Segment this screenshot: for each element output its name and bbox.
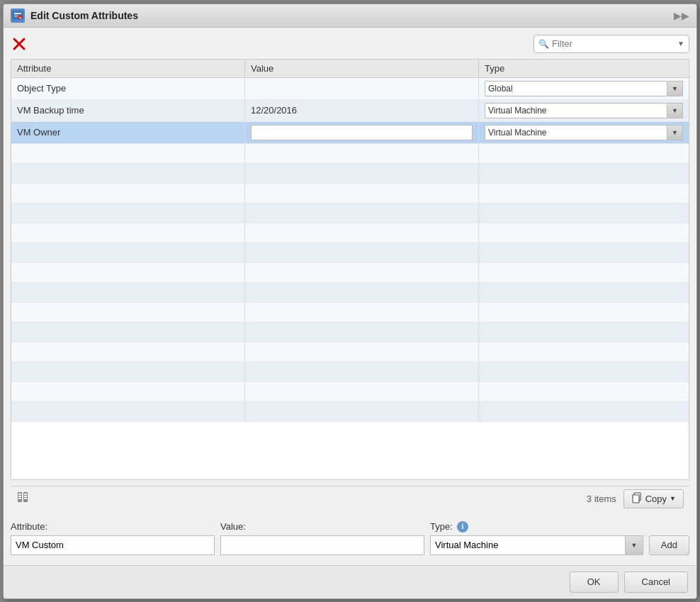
table-row: Object Type Global Virtual Machine Host …	[11, 78, 689, 100]
type-label: Type:	[430, 521, 453, 532]
data-icon	[16, 490, 30, 508]
table-row: VM Backup time 12/20/2016 Virtual Machin…	[11, 100, 689, 122]
dialog-body: 🔍 ▼ Attribute Value Type Object Type	[4, 28, 696, 565]
forward-icon: ▶▶	[674, 10, 689, 21]
empty-row	[11, 243, 689, 263]
bottom-bar: 3 items Copy ▼	[11, 486, 689, 511]
value-input[interactable]	[220, 535, 424, 555]
svg-rect-14	[24, 496, 27, 497]
search-icon: 🔍	[538, 39, 549, 49]
copy-button[interactable]: Copy ▼	[623, 489, 684, 508]
empty-row	[11, 303, 689, 323]
form-row-labels: Attribute: Value: Type: i	[11, 521, 689, 533]
cell-value[interactable]	[245, 122, 479, 143]
cell-type: Virtual Machine Global Host Cluster ▼	[479, 122, 689, 143]
title-bar-right: ▶▶	[674, 10, 689, 21]
form-value-label-container: Value:	[220, 521, 430, 533]
empty-row	[11, 204, 689, 223]
select-arrow-icon[interactable]: ▼	[667, 103, 683, 118]
dialog-title: Edit Custom Attributes	[30, 10, 138, 21]
select-arrow-icon[interactable]: ▼	[667, 81, 683, 96]
title-bar: ✎ Edit Custom Attributes ▶▶	[4, 4, 696, 28]
edit-custom-attributes-dialog: ✎ Edit Custom Attributes ▶▶ 🔍 ▼	[3, 4, 697, 599]
empty-row	[11, 184, 689, 204]
cell-value	[245, 78, 479, 99]
filter-dropdown-button[interactable]: ▼	[677, 40, 684, 48]
select-arrow-icon[interactable]: ▼	[667, 125, 683, 140]
svg-rect-11	[18, 496, 21, 497]
column-type: Type	[479, 60, 689, 77]
svg-rect-15	[24, 498, 27, 499]
empty-row	[11, 323, 689, 342]
type-arrow-icon[interactable]: ▼	[625, 535, 643, 555]
empty-row	[11, 164, 689, 184]
ok-button[interactable]: OK	[570, 572, 619, 593]
empty-row	[11, 362, 689, 382]
filter-input[interactable]	[552, 38, 674, 49]
form-section: Attribute: Value: Type: i Virtual Machin…	[11, 517, 689, 558]
empty-row	[11, 223, 689, 243]
copy-dropdown-icon: ▼	[670, 495, 676, 502]
toolbar-row: 🔍 ▼	[11, 35, 689, 53]
type-select-row2[interactable]: Virtual Machine Global Host Cluster	[485, 103, 667, 118]
form-type-label-container: Type: i	[430, 521, 689, 533]
svg-rect-17	[633, 495, 639, 503]
title-bar-left: ✎ Edit Custom Attributes	[11, 9, 138, 23]
add-button[interactable]: Add	[649, 535, 689, 555]
copy-icon	[631, 492, 643, 506]
cell-attribute: VM Backup time	[11, 100, 245, 121]
empty-row	[11, 283, 689, 303]
type-select-wrapper: Virtual Machine Global Host Cluster ▼	[485, 125, 683, 140]
vm-owner-value-input[interactable]	[251, 125, 473, 140]
form-attr-label-container: Attribute:	[11, 521, 220, 533]
bottom-right: 3 items Copy ▼	[587, 489, 684, 508]
svg-rect-12	[18, 498, 21, 499]
empty-row	[11, 342, 689, 362]
cell-attribute: VM Owner	[11, 122, 245, 143]
type-select-wrapper: Global Virtual Machine Host Cluster ▼	[485, 81, 683, 96]
empty-row	[11, 263, 689, 283]
type-dropdown[interactable]: Virtual Machine Global Host Cluster	[430, 535, 625, 555]
cell-type: Virtual Machine Global Host Cluster ▼	[479, 100, 689, 121]
attribute-input[interactable]	[11, 535, 215, 555]
dialog-icon: ✎	[11, 9, 25, 23]
table-header: Attribute Value Type	[11, 60, 689, 78]
data-table: Attribute Value Type Object Type Global …	[11, 59, 689, 480]
delete-button[interactable]	[11, 35, 28, 52]
table-body: Object Type Global Virtual Machine Host …	[11, 78, 689, 479]
dialog-footer: OK Cancel	[4, 565, 696, 598]
empty-row	[11, 402, 689, 422]
info-icon: i	[457, 521, 468, 533]
cell-attribute: Object Type	[11, 78, 245, 99]
empty-row	[11, 382, 689, 402]
copy-label: Copy	[645, 494, 667, 504]
svg-rect-1	[14, 13, 21, 14]
svg-rect-10	[18, 494, 21, 495]
bottom-left	[16, 490, 30, 508]
cancel-button[interactable]: Cancel	[624, 572, 688, 593]
column-attribute: Attribute	[11, 60, 245, 77]
type-select-wrapper: Virtual Machine Global Host Cluster ▼	[485, 103, 683, 118]
table-row: VM Owner Virtual Machine Global Host Clu…	[11, 122, 689, 144]
type-select-row3[interactable]: Virtual Machine Global Host Cluster	[485, 125, 667, 140]
cell-type: Global Virtual Machine Host Cluster ▼	[479, 78, 689, 99]
type-select-row1[interactable]: Global Virtual Machine Host Cluster	[485, 81, 667, 96]
items-count: 3 items	[587, 494, 616, 504]
cell-value: 12/20/2016	[245, 100, 479, 121]
column-value: Value	[245, 60, 479, 77]
form-row-inputs: Virtual Machine Global Host Cluster ▼ Ad…	[11, 535, 689, 555]
filter-box[interactable]: 🔍 ▼	[534, 35, 689, 53]
value-label: Value:	[220, 521, 246, 532]
type-wrapper: Virtual Machine Global Host Cluster ▼	[430, 535, 643, 555]
empty-row	[11, 144, 689, 164]
attribute-label: Attribute:	[11, 521, 47, 532]
svg-rect-13	[24, 494, 27, 495]
